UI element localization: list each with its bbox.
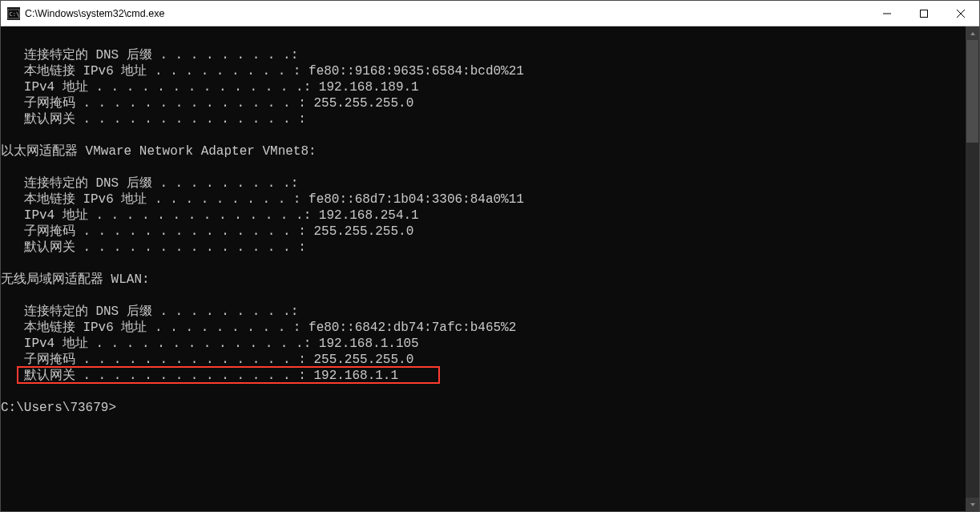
terminal-output[interactable]: 连接特定的 DNS 后缀 . . . . . . . . .: 本地链接 IPv… bbox=[1, 26, 966, 511]
maximize-button[interactable] bbox=[905, 1, 942, 26]
svg-rect-3 bbox=[921, 10, 928, 17]
cmd-icon: C:\ bbox=[7, 7, 20, 20]
scrollbar-thumb[interactable] bbox=[966, 40, 978, 143]
minimize-button[interactable] bbox=[869, 1, 905, 26]
scrollbar-track[interactable] bbox=[966, 40, 979, 498]
cmd-window: C:\ C:\Windows\system32\cmd.exe 连接特定的 DN… bbox=[0, 0, 980, 512]
vertical-scrollbar[interactable] bbox=[966, 26, 979, 511]
scroll-down-button[interactable] bbox=[966, 498, 979, 511]
svg-text:C:\: C:\ bbox=[10, 11, 20, 18]
window-title: C:\Windows\system32\cmd.exe bbox=[25, 8, 164, 19]
close-button[interactable] bbox=[942, 1, 979, 26]
terminal-text: 连接特定的 DNS 后缀 . . . . . . . . .: 本地链接 IPv… bbox=[1, 31, 966, 416]
titlebar[interactable]: C:\ C:\Windows\system32\cmd.exe bbox=[1, 1, 979, 26]
console-area: 连接特定的 DNS 后缀 . . . . . . . . .: 本地链接 IPv… bbox=[1, 26, 979, 511]
scroll-up-button[interactable] bbox=[966, 26, 979, 40]
